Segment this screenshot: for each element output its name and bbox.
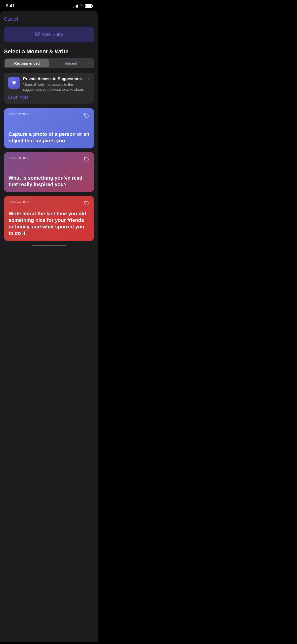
card-description: "Journal" only has access to the suggest… xyxy=(23,82,84,92)
learn-more-button[interactable]: Learn More xyxy=(8,92,29,100)
home-indicator xyxy=(32,245,66,246)
reflection-text-2: What is something you've read that reall… xyxy=(9,175,90,188)
card-title: Private Access to Suggestions xyxy=(23,77,84,81)
segmented-control: Recommended Recent xyxy=(4,58,94,68)
main-content: Cancel New Entry Select a Moment & Write… xyxy=(0,11,98,642)
signal-icon xyxy=(73,5,78,8)
card-text-area: Private Access to Suggestions "Journal" … xyxy=(23,77,84,92)
reflection-label-1: REFLECTION xyxy=(9,113,29,116)
segment-recent[interactable]: Recent xyxy=(49,59,93,67)
segment-recommended[interactable]: Recommended xyxy=(5,59,49,67)
private-access-card: Private Access to Suggestions "Journal" … xyxy=(4,73,94,104)
edit-icon xyxy=(35,31,40,38)
refresh-icon-3 xyxy=(83,201,90,208)
reflection-text-3: Write about the last time you did someth… xyxy=(9,210,90,236)
refresh-icon-2 xyxy=(83,157,90,164)
section-title: Select a Moment & Write xyxy=(4,48,94,55)
refresh-button-3[interactable] xyxy=(82,199,91,209)
refresh-icon-1 xyxy=(83,114,90,120)
reflection-card-1[interactable]: REFLECTION Capture a photo of a person o… xyxy=(4,108,94,148)
status-bar: 9:41 xyxy=(0,0,98,11)
reflection-label-3: REFLECTION xyxy=(9,200,29,203)
refresh-button-1[interactable] xyxy=(82,112,91,121)
app-icon xyxy=(8,77,20,89)
refresh-button-2[interactable] xyxy=(82,155,91,165)
status-icons xyxy=(73,4,92,8)
new-entry-label: New Entry xyxy=(42,32,63,37)
status-time: 9:41 xyxy=(6,4,14,9)
reflection-card-2[interactable]: REFLECTION What is something you've read… xyxy=(4,152,94,192)
card-header: Private Access to Suggestions "Journal" … xyxy=(8,77,90,92)
reflection-text-1: Capture a photo of a person or an object… xyxy=(9,131,90,144)
wifi-icon xyxy=(79,4,83,8)
new-entry-button[interactable]: New Entry xyxy=(4,27,94,42)
battery-icon xyxy=(85,4,92,8)
cancel-button[interactable]: Cancel xyxy=(4,16,18,23)
reflection-label-2: REFLECTION xyxy=(9,156,29,159)
reflection-card-3[interactable]: REFLECTION Write about the last time you… xyxy=(4,196,94,241)
close-card-button[interactable]: × xyxy=(87,77,90,81)
